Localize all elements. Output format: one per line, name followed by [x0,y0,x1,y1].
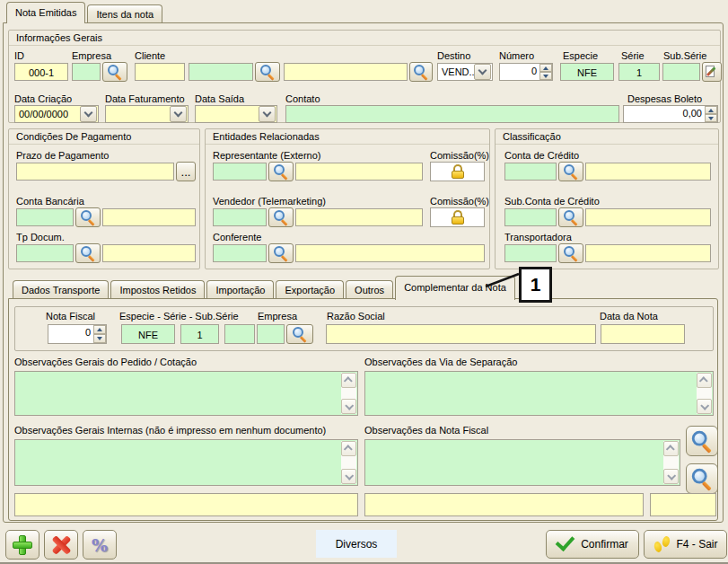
scroll-down-button[interactable] [663,469,679,484]
scrollbar[interactable] [341,441,356,484]
tp-docum-name-field[interactable] [102,244,196,262]
percent-button[interactable]: % [83,530,117,560]
sair-button[interactable]: F4 - Sair [644,530,727,559]
cliente-code-field[interactable] [135,63,185,81]
conferente-name-field[interactable] [295,244,485,262]
empresa-code-field-2[interactable] [257,324,285,344]
sub-conta-credito-name-field[interactable] [585,208,711,226]
tab-itens-da-nota[interactable]: Itens da nota [87,4,162,23]
scroll-up-button[interactable] [341,373,356,388]
especie-field[interactable] [560,63,614,81]
serie-field-2[interactable] [180,324,219,344]
subserie-field-2[interactable] [224,324,255,344]
scroll-down-button[interactable] [341,469,356,484]
conferente-search-button[interactable] [268,243,294,263]
contato-field[interactable] [285,105,619,123]
transportadora-label: Transportadora [504,232,572,242]
empresa-search-button[interactable] [102,62,127,82]
obs-separacao-textarea[interactable] [364,371,714,416]
representante-name-field[interactable] [295,163,423,181]
prazo-ellipsis-button[interactable]: ... [176,162,196,181]
data-saida-select[interactable] [195,105,277,123]
bottom-right-field[interactable] [650,493,716,516]
scroll-up-button[interactable] [697,373,712,388]
vendedor-code-field[interactable] [213,208,267,226]
despesas-up-button[interactable] [705,106,717,114]
vendedor-name-field[interactable] [295,208,423,226]
numero-down-button[interactable] [539,72,552,80]
dropdown-button[interactable] [80,106,97,122]
sub-conta-credito-code-field[interactable] [504,208,557,226]
conta-bancaria-name-field[interactable] [102,208,196,226]
cliente-name-search-button[interactable] [409,62,433,82]
numero-up-button[interactable] [539,64,552,72]
scrollbar[interactable] [341,373,356,414]
destino-select[interactable]: VEND... [437,63,493,81]
conta-credito-code-field[interactable] [504,163,557,181]
tab-exportacao[interactable]: Exportação [276,280,344,300]
tab-dados-transporte[interactable]: Dados Transporte [13,280,109,300]
dropdown-button[interactable] [474,64,491,80]
tab-nota-emitidas[interactable]: Nota Emitidas [6,2,85,23]
conta-bancaria-search-button[interactable] [75,207,101,227]
vendedor-search-button[interactable] [268,207,294,227]
nota-fiscal-up-button[interactable] [93,325,106,334]
obs-nota-fiscal-textarea[interactable] [364,439,680,486]
representante-code-field[interactable] [213,163,267,181]
cliente-search-button[interactable] [255,62,280,82]
conta-bancaria-code-field[interactable] [16,208,74,226]
tp-docum-code-field[interactable] [16,244,74,262]
nota-fiscal-stepper[interactable]: 0 [48,324,107,344]
razao-social-field[interactable] [326,324,596,344]
nota-fiscal-down-button[interactable] [93,334,106,343]
data-criacao-select[interactable]: 00/00/0000 [14,105,99,123]
serie-field[interactable] [618,63,660,81]
data-da-nota-field[interactable] [601,324,685,344]
scroll-down-button[interactable] [341,399,356,414]
conta-credito-search-button[interactable] [558,162,583,181]
dropdown-button[interactable] [259,106,276,122]
tab-complementar-da-nota[interactable]: Complementar da Nota [395,276,515,300]
transportadora-name-field[interactable] [585,244,711,262]
prazo-pagamento-field[interactable] [16,163,174,181]
scrollbar[interactable] [663,441,679,484]
especie-field-2[interactable] [121,324,175,344]
chevron-up-icon [699,376,708,385]
transportadora-code-field[interactable] [504,244,557,262]
conta-credito-name-field[interactable] [585,163,711,181]
obs-internas-label: Observações Gerais Internas (não é impre… [14,425,326,436]
representante-search-button[interactable] [268,162,294,181]
scroll-up-button[interactable] [341,441,356,456]
obs-search-button-2[interactable] [686,463,718,494]
despesas-down-button[interactable] [705,114,717,122]
empresa-search-button-2[interactable] [286,324,313,344]
tab-outros[interactable]: Outros [346,280,393,300]
obs-search-button-1[interactable] [686,426,718,456]
tp-docum-search-button[interactable] [75,243,101,263]
numero-stepper[interactable]: 0 [499,63,553,81]
confirmar-button[interactable]: Confirmar [546,530,639,559]
obs-internas-textarea[interactable] [14,439,358,486]
add-button[interactable] [5,530,39,560]
transportadora-search-button[interactable] [558,243,583,263]
subserie-edit-button[interactable] [702,62,722,82]
data-faturamento-select[interactable] [105,105,189,123]
bottom-left-field[interactable] [14,493,358,516]
id-field[interactable] [14,63,68,81]
bottom-middle-field[interactable] [364,493,644,516]
despesas-boleto-stepper[interactable]: 0,00 [623,105,718,123]
scroll-up-button[interactable] [663,441,679,456]
sub-conta-credito-search-button[interactable] [558,207,583,227]
empresa-code-field[interactable] [72,63,101,81]
obs-pedido-textarea[interactable] [14,371,358,416]
cliente-lookup-field[interactable] [189,63,253,81]
tab-importacao[interactable]: Importação [206,280,274,300]
dropdown-button[interactable] [170,106,187,122]
cliente-name-field[interactable] [284,63,408,81]
delete-button[interactable] [44,530,78,560]
conferente-code-field[interactable] [213,244,267,262]
scroll-down-button[interactable] [697,399,712,414]
tab-impostos-retidos[interactable]: Impostos Retidos [110,280,205,300]
scrollbar[interactable] [697,373,712,414]
subserie-field[interactable] [662,63,700,81]
